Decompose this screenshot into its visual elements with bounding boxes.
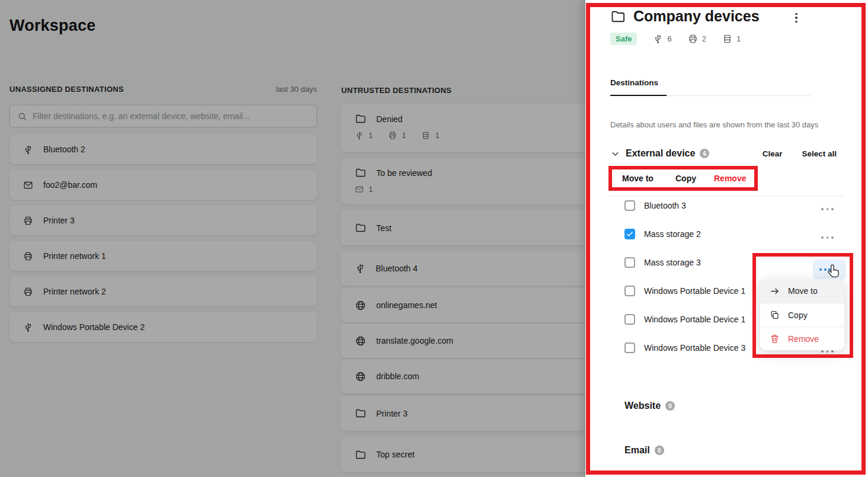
- checkbox[interactable]: [624, 257, 635, 268]
- section-email-label: Email: [624, 445, 650, 456]
- detail-drawer: Company devices Safe 6 2 1 Destinations …: [585, 0, 868, 477]
- hand-cursor-icon: [827, 263, 841, 282]
- section-website[interactable]: Website 0: [624, 401, 675, 411]
- row-more-icon[interactable]: [821, 236, 834, 239]
- row-label: Mass storage 2: [644, 229, 701, 239]
- row-label: Bluetooth 3: [644, 201, 686, 210]
- copy-icon: [770, 310, 780, 320]
- stat-value: 1: [736, 34, 741, 43]
- checkbox[interactable]: [624, 286, 635, 296]
- row-label: Mass storage 3: [644, 258, 701, 267]
- stat-value: 6: [667, 34, 671, 43]
- stat-external-devices: 6: [653, 34, 671, 44]
- stat-value: 2: [702, 34, 706, 43]
- section-count-badge: 0: [665, 401, 675, 411]
- context-menu-item-remove[interactable]: Remove: [760, 326, 844, 350]
- arrow-right-icon: [770, 286, 780, 296]
- checkbox-checked[interactable]: [624, 229, 635, 239]
- row-more-icon[interactable]: [821, 208, 834, 210]
- move-to-button[interactable]: Move to: [622, 174, 654, 183]
- printer-icon: [688, 34, 698, 44]
- folder-icon: [610, 9, 626, 24]
- menu-item-label: Copy: [788, 310, 808, 320]
- destination-row: Mass storage 3: [610, 248, 844, 277]
- select-all-button[interactable]: Select all: [802, 149, 837, 158]
- chevron-down-icon[interactable]: [610, 149, 620, 159]
- details-note: Details about users and files are shown …: [610, 120, 818, 129]
- stat-storage: 1: [722, 34, 741, 44]
- storage-icon: [722, 34, 732, 44]
- section-email[interactable]: Email 0: [624, 445, 664, 456]
- kebab-menu-icon[interactable]: [790, 11, 803, 25]
- section-website-label: Website: [624, 401, 661, 411]
- tab-bar: Destinations: [610, 77, 811, 96]
- context-menu-item-copy[interactable]: Copy: [760, 303, 844, 326]
- checkbox[interactable]: [624, 200, 635, 211]
- stat-printers: 2: [688, 34, 706, 44]
- destination-row: Mass storage 2: [610, 220, 844, 248]
- row-label: Windows Portable Device 1: [644, 315, 745, 324]
- context-menu-item-move-to[interactable]: Move to: [760, 279, 844, 303]
- clear-button[interactable]: Clear: [763, 149, 783, 158]
- section-count-badge: 6: [700, 149, 709, 158]
- row-more-icon[interactable]: [821, 350, 834, 353]
- destination-row: Bluetooth 3: [610, 191, 844, 220]
- remove-button[interactable]: Remove: [714, 174, 746, 183]
- usb-icon: [653, 34, 663, 44]
- row-label: Windows Portable Device 1: [644, 286, 745, 296]
- row-label: Windows Portable Device 3: [644, 343, 745, 353]
- section-count-badge: 0: [655, 446, 664, 455]
- checkbox[interactable]: [624, 342, 635, 353]
- checkbox[interactable]: [624, 314, 635, 325]
- copy-button[interactable]: Copy: [675, 174, 696, 183]
- menu-item-label: Remove: [788, 334, 819, 344]
- trash-icon: [770, 334, 780, 344]
- drawer-title: Company devices: [633, 8, 760, 25]
- menu-item-label: Move to: [788, 286, 818, 296]
- section-external-device[interactable]: External device: [626, 148, 695, 159]
- status-badge: Safe: [610, 33, 637, 45]
- context-menu: Move to Copy Remove: [760, 279, 844, 350]
- tab-destinations[interactable]: Destinations: [610, 78, 667, 96]
